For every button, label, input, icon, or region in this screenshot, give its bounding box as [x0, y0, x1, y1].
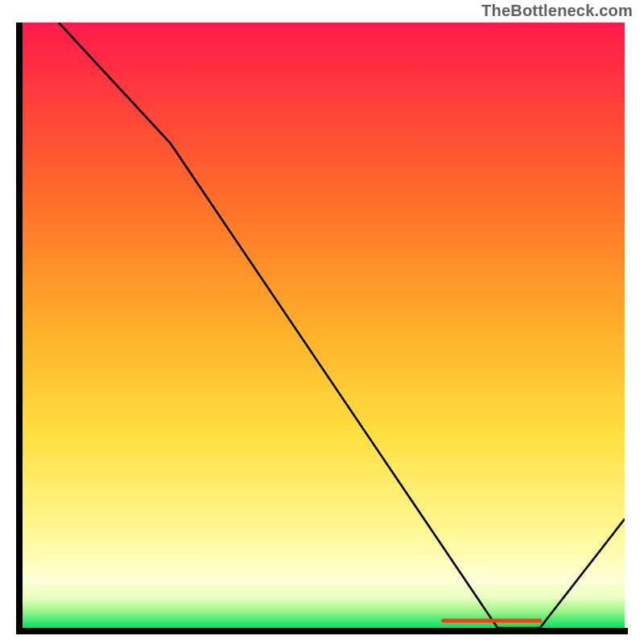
chart-background-gradient: [19, 23, 625, 628]
bottleneck-chart: [16, 23, 628, 634]
chart-svg: [16, 23, 628, 634]
attribution-text: TheBottleneck.com: [481, 2, 633, 20]
